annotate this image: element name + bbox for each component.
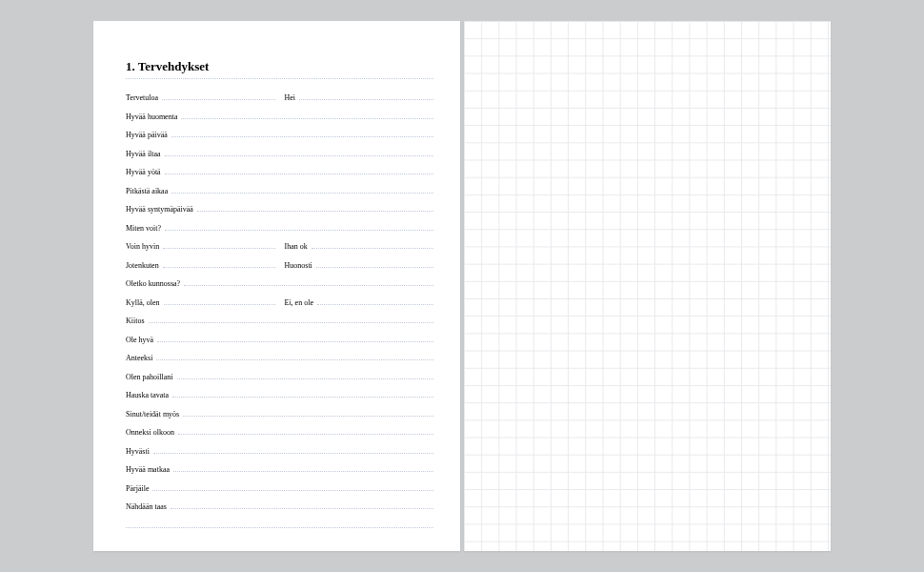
vocab-cell: Ihan ok xyxy=(285,241,434,251)
vocab-cell: Huonosti xyxy=(285,260,434,270)
vocab-cell: Hei xyxy=(285,92,434,102)
fill-line xyxy=(173,464,433,472)
vocab-row: Pärjäile xyxy=(126,483,433,502)
vocab-label: Pitkästä aikaa xyxy=(126,187,171,195)
vocab-label: Jotenkuten xyxy=(126,261,163,270)
vocab-label: Oletko kunnossa? xyxy=(126,279,184,288)
vocab-row: Miten voit? xyxy=(126,223,433,242)
fill-line xyxy=(153,446,433,454)
vocab-label: Ihan ok xyxy=(285,242,311,251)
fill-line xyxy=(171,501,433,509)
left-page: 1. Tervehdykset TervetuloaHeiHyvää huome… xyxy=(93,21,460,551)
vocab-row: Hyvästi xyxy=(126,446,433,465)
fill-line xyxy=(162,92,274,100)
vocab-row: Voin hyvinIhan ok xyxy=(126,241,433,260)
vocab-label: Huonosti xyxy=(285,261,316,270)
vocab-cell: Hyvästi xyxy=(126,446,433,456)
fill-line xyxy=(299,92,433,100)
vocab-cell: Hyvää iltaa xyxy=(126,149,433,158)
vocab-row: TervetuloaHei xyxy=(126,92,433,112)
vocab-cell: Pitkästä aikaa xyxy=(126,186,433,195)
vocab-row: Anteeksi xyxy=(126,353,433,372)
vocab-label: Sinut/teidät myös xyxy=(126,410,183,419)
fill-line xyxy=(163,260,275,268)
vocab-label: Olen pahoillani xyxy=(126,373,177,381)
fill-line xyxy=(311,241,433,249)
vocab-row: Pitkästä aikaa xyxy=(126,186,433,205)
fill-line xyxy=(163,241,274,249)
vocab-label: Hyvää matkaa xyxy=(126,465,173,474)
right-page-grid xyxy=(464,21,831,551)
fill-line xyxy=(126,521,433,528)
vocab-row: Sinut/teidät myös xyxy=(126,409,433,428)
vocab-cell: Hyvää yötä xyxy=(126,167,433,176)
vocab-cell: Olen pahoillani xyxy=(126,372,433,381)
fill-line xyxy=(149,316,433,323)
vocab-cell: Jotenkuten xyxy=(126,260,275,270)
vocab-label: Pärjäile xyxy=(126,484,152,493)
vocab-label: Tervetuloa xyxy=(126,93,162,102)
fill-line xyxy=(171,130,433,137)
vocab-label: Hyvää yötä xyxy=(126,168,165,176)
title-underline xyxy=(126,78,433,79)
fill-line xyxy=(165,149,433,156)
vocab-label: Hyvää huomenta xyxy=(126,112,181,121)
fill-line xyxy=(197,204,433,212)
vocab-cell: Sinut/teidät myös xyxy=(126,409,433,419)
vocab-cell: Ei, en ole xyxy=(285,297,434,307)
vocab-label: Hei xyxy=(285,93,300,102)
vocab-label: Hyvää syntymäpäivää xyxy=(126,205,197,214)
vocab-cell: Nähdään taas xyxy=(126,501,433,511)
vocab-cell: Hauska tavata xyxy=(126,390,433,399)
vocab-cell: Hyvää syntymäpäivää xyxy=(126,204,433,214)
vocab-label: Hyvästi xyxy=(126,447,153,456)
fill-line xyxy=(183,409,433,417)
vocab-label: Kiitos xyxy=(126,317,149,325)
vocab-cell: Miten voit? xyxy=(126,223,433,233)
vocab-cell: Voin hyvin xyxy=(126,241,275,251)
vocab-row xyxy=(126,521,433,540)
vocab-cell: Onneksi olkoon xyxy=(126,427,433,437)
fill-line xyxy=(181,112,433,119)
vocab-cell: Hyvää matkaa xyxy=(126,464,433,474)
vocab-label: Anteeksi xyxy=(126,354,156,362)
vocab-row: Hyvää syntymäpäivää xyxy=(126,204,433,223)
vocab-row: Hyvää huomenta xyxy=(126,112,433,131)
vocab-row: Hyvää päivää xyxy=(126,130,433,149)
fill-line xyxy=(165,223,433,231)
vocab-label: Ole hyvä xyxy=(126,336,157,344)
vocab-row: Nähdään taas xyxy=(126,501,433,521)
vocab-cell: Oletko kunnossa? xyxy=(126,278,433,288)
vocab-row: Onneksi olkoon xyxy=(126,427,433,446)
vocab-label: Kyllä, olen xyxy=(126,298,164,307)
vocab-label: Onneksi olkoon xyxy=(126,428,178,437)
vocab-row: Hyvää yötä xyxy=(126,167,433,186)
vocab-cell: Tervetuloa xyxy=(126,92,275,102)
vocab-cell: Pärjäile xyxy=(126,483,433,493)
fill-line xyxy=(156,353,433,360)
vocab-label: Ei, en ole xyxy=(285,298,317,307)
vocab-label: Hauska tavata xyxy=(126,391,172,399)
fill-line xyxy=(171,186,433,194)
vocab-row: Hauska tavata xyxy=(126,390,433,409)
vocab-row: Olen pahoillani xyxy=(126,372,433,391)
vocab-rows: TervetuloaHeiHyvää huomentaHyvää päivääH… xyxy=(126,92,433,539)
fill-line xyxy=(164,297,275,305)
vocab-cell: Ole hyvä xyxy=(126,335,433,344)
fill-line xyxy=(178,427,433,435)
vocab-label: Hyvää päivää xyxy=(126,131,171,139)
vocab-label: Nähdään taas xyxy=(126,502,171,511)
fill-line xyxy=(317,297,433,305)
fill-line xyxy=(152,483,433,491)
fill-line xyxy=(177,372,433,379)
vocab-cell: Kyllä, olen xyxy=(126,297,275,307)
vocab-row: Oletko kunnossa? xyxy=(126,278,433,297)
vocab-cell: Hyvää päivää xyxy=(126,130,433,139)
fill-line xyxy=(316,260,433,268)
vocab-row: Kyllä, olenEi, en ole xyxy=(126,297,433,317)
vocab-label: Voin hyvin xyxy=(126,242,163,251)
fill-line xyxy=(172,390,433,398)
vocab-row: JotenkutenHuonosti xyxy=(126,260,433,279)
vocab-label: Hyvää iltaa xyxy=(126,150,165,158)
page-spread: 1. Tervehdykset TervetuloaHeiHyvää huome… xyxy=(93,21,831,551)
